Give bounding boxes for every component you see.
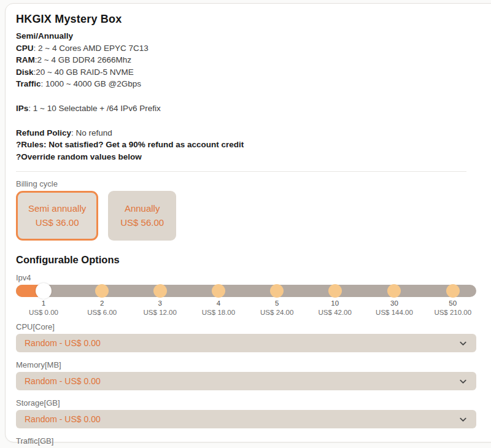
cpu-core-label: CPU[Core] bbox=[16, 322, 476, 331]
slider-stop-50[interactable] bbox=[446, 284, 460, 298]
billing-options-row: Semi annually US$ 36.00 Annually US$ 56.… bbox=[16, 191, 466, 241]
billing-cycle-label: Billing cycle bbox=[16, 179, 466, 188]
slider-stop-label: 50 US$ 210.00 bbox=[416, 299, 490, 317]
spec-traffic: Traffic: 1000 ~ 4000 GB @2Gbps bbox=[16, 78, 466, 90]
memory-label: Memory[MB] bbox=[16, 360, 476, 369]
storage-label: Storage[GB] bbox=[16, 398, 476, 407]
chevron-down-icon bbox=[458, 377, 468, 386]
chevron-down-icon bbox=[458, 339, 468, 348]
slider-handle[interactable] bbox=[36, 283, 52, 299]
storage-selected-value: Random - US$ 0.00 bbox=[25, 414, 458, 424]
slider-stop-5[interactable] bbox=[270, 284, 284, 298]
memory-selected-value: Random - US$ 0.00 bbox=[25, 376, 458, 386]
refund-policy-line: Refund Policy: No refund bbox=[16, 127, 466, 139]
billing-option-price: US$ 36.00 bbox=[28, 217, 86, 229]
rules-line: ?Rules: Not satisfied? Get a 90% refund … bbox=[16, 139, 466, 151]
billing-option-name: Semi annually bbox=[28, 203, 86, 215]
slider-track[interactable] bbox=[16, 285, 476, 297]
cpu-core-selected-value: Random - US$ 0.00 bbox=[25, 338, 458, 348]
page-title: HKGIX Mystery Box bbox=[16, 13, 466, 26]
slider-stop-3[interactable] bbox=[153, 284, 167, 298]
billing-option-annually[interactable]: Annually US$ 56.00 bbox=[108, 191, 176, 241]
cpu-core-select[interactable]: Random - US$ 0.00 bbox=[16, 334, 476, 352]
billing-option-semi-annually[interactable]: Semi annually US$ 36.00 bbox=[16, 191, 98, 241]
product-order-card: HKGIX Mystery Box Semi/Annually CPU: 2 ~… bbox=[5, 3, 491, 442]
billing-option-price: US$ 56.00 bbox=[120, 217, 164, 229]
slider-stop-4[interactable] bbox=[212, 284, 225, 298]
slider-stop-10[interactable] bbox=[328, 284, 342, 298]
cpu-core-group: CPU[Core] Random - US$ 0.00 bbox=[16, 322, 476, 352]
slider-stop-2[interactable] bbox=[95, 284, 109, 298]
traffic-group: Traffic[GB] Random - US$ 0.00 bbox=[16, 436, 476, 448]
storage-group: Storage[GB] Random - US$ 0.00 bbox=[16, 398, 476, 428]
spec-cpu: CPU: 2 ~ 4 Cores AMD EPYC 7C13 bbox=[16, 42, 466, 55]
spec-ips: IPs: 1 ~ 10 Selectable + /64 IPv6 Prefix bbox=[16, 102, 466, 115]
ipv4-slider: 1 US$ 0.00 2 US$ 6.00 3 US$ 12.00 4 US$ … bbox=[16, 285, 476, 314]
override-line: ?Override random values below bbox=[16, 151, 466, 163]
memory-group: Memory[MB] Random - US$ 0.00 bbox=[16, 360, 476, 390]
chevron-down-icon bbox=[458, 415, 468, 424]
product-subtitle: Semi/Annually bbox=[16, 30, 466, 42]
section-divider bbox=[16, 171, 466, 172]
configurable-options-heading: Configurable Options bbox=[16, 254, 466, 266]
billing-option-name: Annually bbox=[120, 203, 164, 215]
memory-select[interactable]: Random - US$ 0.00 bbox=[16, 372, 476, 390]
traffic-label: Traffic[GB] bbox=[16, 436, 476, 446]
spec-ram: RAM:2 ~ 4 GB DDR4 2666Mhz bbox=[16, 54, 466, 66]
slider-stop-30[interactable] bbox=[387, 284, 401, 298]
ipv4-slider-group: Ipv4 1 US$ 0.00 2 bbox=[16, 273, 466, 314]
ipv4-label: Ipv4 bbox=[16, 273, 466, 282]
refund-policy-block: Refund Policy: No refund ?Rules: Not sat… bbox=[16, 127, 466, 163]
storage-select[interactable]: Random - US$ 0.00 bbox=[16, 410, 476, 428]
spec-disk: Disk:20 ~ 40 GB RAID-5 NVME bbox=[16, 66, 466, 79]
